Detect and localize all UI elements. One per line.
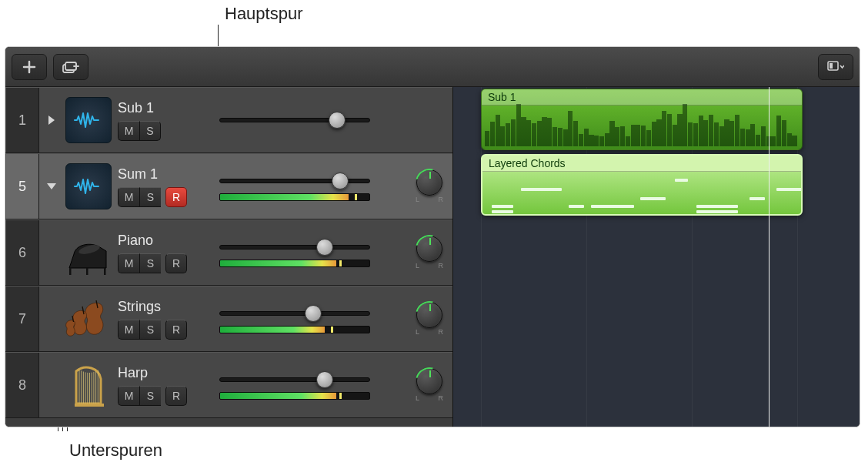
mute-button[interactable]: M bbox=[118, 253, 139, 273]
mute-button[interactable]: M bbox=[118, 121, 139, 141]
fader-column bbox=[219, 172, 408, 201]
track-header[interactable]: Sub 1MS bbox=[39, 88, 452, 152]
track-number: 8 bbox=[5, 353, 39, 417]
triangle-right-icon[interactable] bbox=[44, 112, 59, 128]
track-number: 6 bbox=[5, 220, 39, 285]
callout-unterspuren: Unterspuren bbox=[69, 441, 162, 461]
region-name: Layered Chords bbox=[482, 156, 801, 172]
pan-l-label: L bbox=[416, 196, 419, 203]
volume-fader[interactable] bbox=[219, 238, 370, 256]
daw-window: 1 Sub 1MS5 Sum 1MSRLR6 PianoMSRLR7 Strin… bbox=[5, 46, 860, 427]
pan-l-label: L bbox=[416, 328, 419, 336]
waveform-preview bbox=[485, 106, 799, 146]
volume-fader[interactable] bbox=[219, 370, 370, 389]
plus-icon bbox=[22, 60, 36, 74]
record-enable-button[interactable]: R bbox=[165, 320, 187, 340]
mute-button[interactable]: M bbox=[118, 187, 139, 207]
level-meter bbox=[219, 326, 370, 333]
solo-button[interactable]: S bbox=[139, 320, 161, 340]
solo-button[interactable]: S bbox=[139, 253, 161, 273]
track-name-label[interactable]: Strings bbox=[118, 299, 213, 315]
svg-rect-3 bbox=[830, 63, 833, 69]
pan-r-label: R bbox=[439, 196, 444, 203]
level-meter bbox=[219, 193, 370, 201]
region-name: Sub 1 bbox=[482, 89, 802, 106]
track-name-column: HarpMSR bbox=[118, 365, 213, 406]
audio-instrument-icon[interactable] bbox=[65, 97, 112, 143]
track-header[interactable]: StringsMSRLR bbox=[39, 286, 452, 351]
track-toolbar bbox=[5, 47, 860, 87]
region[interactable]: Layered Chords bbox=[481, 154, 803, 216]
add-track-stack-icon bbox=[62, 60, 80, 74]
pan-r-label: R bbox=[439, 394, 444, 402]
svg-rect-2 bbox=[828, 62, 838, 70]
track-name-column: Sum 1MSR bbox=[118, 166, 213, 207]
track-name-label[interactable]: Harp bbox=[118, 365, 213, 381]
track-name-label[interactable]: Sub 1 bbox=[118, 100, 213, 116]
solo-button[interactable]: S bbox=[139, 121, 161, 141]
mute-button[interactable]: M bbox=[118, 320, 139, 340]
track-number: 5 bbox=[5, 154, 39, 219]
timeline[interactable]: 123456 Sub 1Layered Chords bbox=[453, 87, 860, 427]
fader-column bbox=[219, 111, 445, 129]
track-header[interactable]: PianoMSRLR bbox=[39, 220, 452, 285]
track-name-label[interactable]: Piano bbox=[118, 233, 213, 249]
audio-instrument-icon[interactable] bbox=[65, 163, 112, 209]
pan-r-label: R bbox=[439, 262, 444, 270]
svg-rect-5 bbox=[86, 268, 88, 275]
track-header[interactable]: HarpMSRLR bbox=[39, 353, 452, 417]
triangle-down-icon[interactable] bbox=[44, 179, 59, 194]
record-enable-button[interactable]: R bbox=[165, 386, 187, 406]
layout-dropdown-icon bbox=[827, 61, 844, 73]
track-number: 1 bbox=[5, 88, 39, 152]
track-row[interactable]: 5 Sum 1MSRLR bbox=[5, 153, 452, 219]
track-name-column: Sub 1MS bbox=[118, 100, 213, 141]
track-row[interactable]: 7 StringsMSRLR bbox=[5, 286, 452, 352]
pan-l-label: L bbox=[416, 394, 419, 402]
pan-knob[interactable]: LR bbox=[414, 236, 445, 270]
track-row[interactable]: 6 PianoMSRLR bbox=[5, 219, 452, 286]
pan-knob[interactable]: LR bbox=[414, 169, 445, 203]
level-meter bbox=[219, 260, 370, 267]
track-buttons: MS bbox=[118, 121, 213, 141]
track-header[interactable]: Sum 1MSRLR bbox=[39, 154, 452, 219]
record-enable-button[interactable]: R bbox=[165, 253, 187, 273]
track-row[interactable]: 1 Sub 1MS bbox=[5, 87, 452, 153]
volume-fader[interactable] bbox=[219, 111, 370, 129]
mute-button[interactable]: M bbox=[118, 386, 139, 406]
arrangement-area[interactable]: Sub 1Layered Chords bbox=[453, 87, 860, 427]
track-row[interactable]: 8 HarpMSRLR bbox=[5, 352, 452, 418]
track-buttons: MSR bbox=[118, 320, 213, 340]
track-name-label[interactable]: Sum 1 bbox=[118, 166, 213, 183]
svg-rect-6 bbox=[104, 268, 106, 275]
level-meter bbox=[219, 392, 370, 400]
pan-r-label: R bbox=[439, 328, 444, 336]
pan-knob[interactable]: LR bbox=[414, 368, 445, 402]
callout-hauptspur: Hauptspur bbox=[225, 4, 303, 24]
volume-fader[interactable] bbox=[219, 304, 370, 323]
harp-instrument-icon[interactable] bbox=[65, 362, 112, 408]
track-buttons: MSR bbox=[118, 187, 213, 207]
record-enable-button[interactable]: R bbox=[165, 187, 187, 207]
track-number: 7 bbox=[5, 286, 39, 351]
track-name-column: StringsMSR bbox=[118, 299, 213, 340]
volume-fader[interactable] bbox=[219, 172, 370, 190]
track-name-column: PianoMSR bbox=[118, 233, 213, 273]
pan-l-label: L bbox=[416, 262, 419, 270]
piano-instrument-icon[interactable] bbox=[65, 229, 112, 276]
strings-instrument-icon[interactable] bbox=[65, 296, 112, 342]
add-track-button[interactable] bbox=[12, 54, 47, 80]
playhead-line bbox=[769, 87, 770, 427]
duplicate-track-button[interactable] bbox=[53, 54, 88, 80]
svg-rect-4 bbox=[69, 268, 72, 275]
fader-column bbox=[219, 370, 408, 400]
header-layout-button[interactable] bbox=[818, 54, 853, 80]
track-list: 1 Sub 1MS5 Sum 1MSRLR6 PianoMSRLR7 Strin… bbox=[5, 87, 453, 427]
track-buttons: MSR bbox=[118, 386, 213, 406]
region[interactable]: Sub 1 bbox=[481, 89, 803, 150]
solo-button[interactable]: S bbox=[139, 386, 161, 406]
track-buttons: MSR bbox=[118, 253, 213, 273]
pan-knob[interactable]: LR bbox=[414, 302, 445, 336]
midi-preview bbox=[486, 174, 798, 211]
solo-button[interactable]: S bbox=[139, 187, 161, 207]
